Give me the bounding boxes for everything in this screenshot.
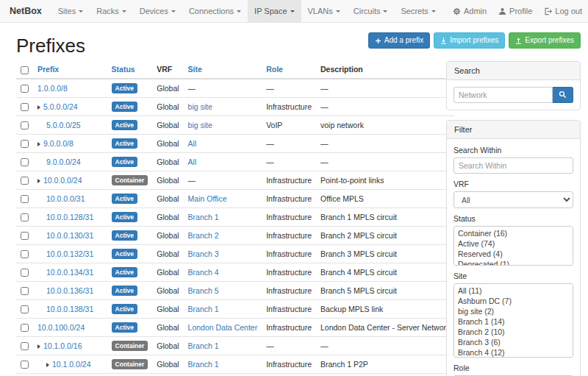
row-checkbox[interactable] [21,324,29,332]
filter-option[interactable]: big site (2) [456,306,571,316]
row-checkbox[interactable] [21,342,29,350]
row-checkbox[interactable] [21,361,29,369]
nav-item-profile[interactable]: Profile [492,0,538,22]
search-within-label: Search Within [453,146,573,155]
expand-toggle-icon[interactable] [37,344,40,349]
column-header-status[interactable]: Status [107,61,153,79]
prefix-link[interactable]: 10.0.0.128/31 [46,213,93,221]
filter-option[interactable]: Branch 1 (14) [456,316,571,327]
status-filter-select[interactable]: Container (16)Active (74)Reserved (4)Dep… [453,226,573,266]
vrf-select[interactable]: All [453,191,573,208]
nav-item-log-out[interactable]: Log out [538,0,588,22]
row-checkbox[interactable] [21,287,29,295]
empty-value: — [266,157,274,166]
prefix-link[interactable]: 1.0.0.0/8 [37,84,68,93]
site-link[interactable]: London Data Center [188,323,258,332]
row-checkbox[interactable] [21,158,29,166]
search-input[interactable] [453,87,553,103]
prefix-link[interactable]: 10.0.0.0/24 [43,176,82,185]
site-link[interactable]: big site [188,121,212,130]
site-link[interactable]: Branch 1 [188,213,219,221]
prefix-link[interactable]: 10.0.0.138/31 [46,305,93,313]
filter-option[interactable]: Deprecated (1) [456,259,571,266]
table-row: 10.0.100.0/24ActiveGlobalLondon Data Cen… [16,318,454,336]
row-checkbox[interactable] [21,177,29,185]
site-link[interactable]: All [188,157,197,166]
vrf-value: Global [157,176,179,185]
nav-item-racks[interactable]: Racks [90,0,133,22]
prefix-link[interactable]: 9.0.0.0/24 [46,157,81,166]
site-filter-select[interactable]: All (11)Ashburn DC (7)big site (2)Branch… [453,283,573,358]
filter-option[interactable]: Container (16) [456,228,571,238]
filter-option[interactable]: Active (74) [456,238,571,249]
select-all-checkbox[interactable] [21,66,29,74]
expand-toggle-icon[interactable] [37,105,40,110]
nav-item-circuits[interactable]: Circuits [347,0,395,22]
row-checkbox[interactable] [21,305,29,313]
site-link[interactable]: Branch 5 [188,286,219,295]
row-checkbox[interactable] [21,213,29,221]
table-row: 10.0.0.0/31ActiveGlobalMain OfficeInfras… [16,189,454,207]
row-checkbox[interactable] [21,103,29,111]
row-checkbox[interactable] [21,232,29,240]
filter-option[interactable]: All (11) [456,285,571,296]
prefix-link[interactable]: 10.0.0.132/31 [46,249,93,258]
filter-option[interactable]: Reserved (4) [456,249,571,259]
expand-toggle-icon[interactable] [46,363,49,367]
filter-option[interactable]: Branch 2 (10) [456,327,571,337]
site-link[interactable]: big site [188,102,212,111]
nav-item-vlans[interactable]: VLANs [301,0,347,22]
column-header-prefix[interactable]: Prefix [33,61,107,79]
row-checkbox[interactable] [21,269,29,277]
sort-link[interactable]: Site [188,65,202,74]
row-checkbox[interactable] [21,140,29,148]
import-prefixes-button[interactable]: Import prefixes [434,32,505,49]
prefix-link[interactable]: 10.0.100.0/24 [37,323,85,332]
site-link[interactable]: Main Office [188,194,227,203]
prefix-link[interactable]: 10.0.0.134/31 [46,268,93,277]
sort-link[interactable]: Status [112,65,135,74]
filter-option[interactable]: Branch 3 (6) [456,337,571,347]
column-header-role[interactable]: Role [262,61,316,79]
row-checkbox[interactable] [21,195,29,203]
sort-link[interactable]: Prefix [37,65,59,74]
nav-item-devices[interactable]: Devices [133,0,182,22]
prefix-link[interactable]: 5.0.0.0/25 [46,121,81,130]
sort-link[interactable]: Role [266,65,283,74]
site-link[interactable]: Branch 1 [188,360,219,369]
expand-toggle-icon[interactable] [37,142,40,146]
site-link[interactable]: Branch 1 [188,305,219,313]
site-link[interactable]: All [188,139,197,148]
expand-toggle-icon[interactable] [37,179,40,183]
export-prefixes-button[interactable]: Export prefixes [509,32,581,49]
prefix-link[interactable]: 10.1.0.0/16 [43,341,82,350]
prefix-link[interactable]: 10.0.0.136/31 [46,286,93,295]
status-badge: Active [112,83,138,93]
prefix-link[interactable]: 10.0.0.130/31 [46,231,93,240]
prefix-link[interactable]: 10.0.0.0/31 [46,194,85,203]
site-link[interactable]: Branch 2 [188,231,219,240]
prefix-link[interactable]: 10.1.0.0/24 [52,360,91,369]
search-within-input[interactable] [453,157,573,174]
add-prefix-button[interactable]: Add a prefix [368,32,430,49]
nav-item-sites[interactable]: Sites [51,0,90,22]
row-checkbox[interactable] [21,85,29,93]
nav-item-label: VLANs [308,7,333,15]
nav-item-secrets[interactable]: Secrets [394,0,442,22]
row-checkbox[interactable] [21,250,29,258]
nav-item-admin[interactable]: Admin [447,0,492,22]
filter-option[interactable]: Branch 4 (12) [456,347,571,358]
site-link[interactable]: Branch 4 [188,268,219,277]
app-brand[interactable]: NetBox [0,0,51,22]
site-link[interactable]: Branch 1 [188,341,219,350]
search-button[interactable] [553,87,573,103]
column-header-site[interactable]: Site [184,61,262,79]
row-checkbox[interactable] [21,121,29,130]
status-badge: Active [112,285,138,296]
nav-item-connections[interactable]: Connections [182,0,248,22]
prefix-link[interactable]: 5.0.0.0/24 [43,102,78,111]
filter-option[interactable]: Ashburn DC (7) [456,296,571,306]
prefix-link[interactable]: 9.0.0.0/8 [43,139,74,148]
nav-item-ip-space[interactable]: IP Space [248,0,301,22]
site-link[interactable]: Branch 3 [188,249,219,258]
